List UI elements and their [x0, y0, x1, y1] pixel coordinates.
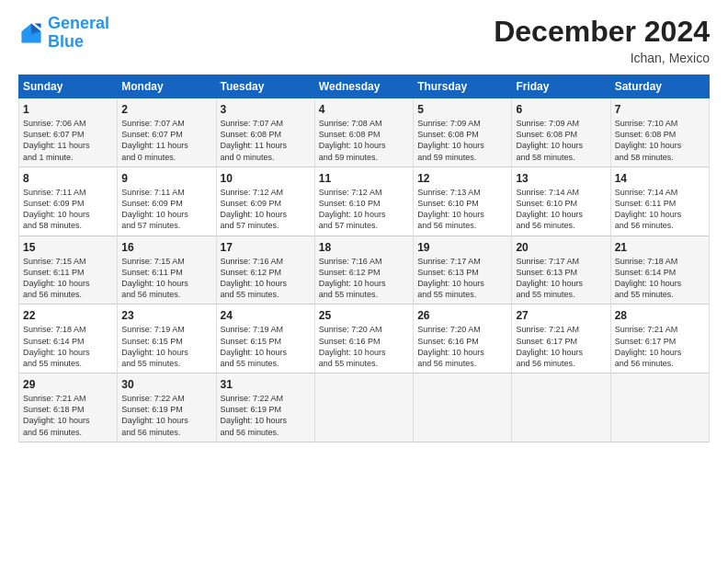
day-info-line: Sunrise: 7:15 AM	[121, 256, 211, 267]
day-info-line: Sunrise: 7:16 AM	[221, 256, 311, 267]
day-number: 13	[516, 171, 606, 186]
day-info-line: Daylight: 10 hours	[319, 347, 409, 358]
day-info-line: Daylight: 10 hours	[516, 278, 606, 289]
day-info-line: Daylight: 10 hours	[221, 415, 311, 426]
day-cell: 12Sunrise: 7:13 AMSunset: 6:10 PMDayligh…	[414, 167, 512, 236]
day-info-line: Sunset: 6:10 PM	[319, 198, 409, 209]
day-info-line: and 56 minutes.	[221, 427, 311, 438]
day-info-line: and 55 minutes.	[23, 358, 113, 369]
day-info-line: and 55 minutes.	[121, 358, 211, 369]
title-block: December 2024 Ichan, Mexico	[494, 15, 710, 65]
day-info-line: Daylight: 10 hours	[23, 415, 113, 426]
day-cell: 31Sunrise: 7:22 AMSunset: 6:19 PMDayligh…	[216, 373, 314, 442]
day-info-line: Sunrise: 7:17 AM	[417, 256, 507, 267]
day-cell: 11Sunrise: 7:12 AMSunset: 6:10 PMDayligh…	[314, 167, 413, 236]
day-cell	[314, 373, 413, 442]
day-info-line: Sunrise: 7:16 AM	[319, 256, 409, 267]
day-cell: 7Sunrise: 7:10 AMSunset: 6:08 PMDaylight…	[610, 98, 709, 167]
logo: General Blue	[18, 15, 109, 52]
day-info-line: Sunrise: 7:07 AM	[221, 118, 311, 129]
day-number: 21	[615, 240, 705, 255]
day-number: 7	[615, 102, 705, 117]
day-cell: 14Sunrise: 7:14 AMSunset: 6:11 PMDayligh…	[610, 167, 709, 236]
day-info-line: Sunrise: 7:11 AM	[121, 187, 211, 198]
day-info-line: Daylight: 11 hours	[121, 140, 211, 151]
day-cell: 26Sunrise: 7:20 AMSunset: 6:16 PMDayligh…	[414, 304, 512, 373]
day-cell: 21Sunrise: 7:18 AMSunset: 6:14 PMDayligh…	[610, 236, 709, 304]
day-info-line: and 55 minutes.	[417, 289, 507, 300]
day-number: 1	[23, 102, 113, 117]
day-info-line: Sunrise: 7:19 AM	[221, 324, 311, 335]
day-cell: 27Sunrise: 7:21 AMSunset: 6:17 PMDayligh…	[512, 304, 610, 373]
day-info-line: Sunset: 6:10 PM	[417, 198, 507, 209]
day-cell	[610, 373, 709, 442]
day-info-line: Sunrise: 7:21 AM	[516, 324, 606, 335]
day-info-line: Daylight: 10 hours	[417, 209, 507, 220]
day-number: 6	[516, 102, 606, 117]
day-info-line: and 58 minutes.	[23, 220, 113, 231]
col-header-monday: Monday	[118, 75, 216, 98]
day-number: 28	[615, 308, 705, 323]
day-info-line: Sunset: 6:09 PM	[221, 198, 311, 209]
day-info-line: and 56 minutes.	[121, 289, 211, 300]
day-info-line: Daylight: 10 hours	[23, 209, 113, 220]
day-info-line: Daylight: 11 hours	[221, 140, 311, 151]
day-info-line: and 59 minutes.	[417, 152, 507, 163]
day-cell: 22Sunrise: 7:18 AMSunset: 6:14 PMDayligh…	[19, 304, 118, 373]
week-row-2: 8Sunrise: 7:11 AMSunset: 6:09 PMDaylight…	[19, 167, 710, 236]
day-cell: 3Sunrise: 7:07 AMSunset: 6:08 PMDaylight…	[216, 98, 314, 167]
day-number: 11	[319, 171, 409, 186]
day-cell: 8Sunrise: 7:11 AMSunset: 6:09 PMDaylight…	[19, 167, 118, 236]
day-info-line: Sunset: 6:12 PM	[319, 267, 409, 278]
day-info-line: and 57 minutes.	[319, 220, 409, 231]
col-header-wednesday: Wednesday	[314, 75, 413, 98]
day-cell: 5Sunrise: 7:09 AMSunset: 6:08 PMDaylight…	[414, 98, 512, 167]
day-number: 18	[319, 240, 409, 255]
day-number: 31	[221, 377, 311, 392]
day-info-line: and 56 minutes.	[615, 358, 705, 369]
day-info-line: Sunset: 6:15 PM	[121, 336, 211, 347]
day-info-line: Sunrise: 7:21 AM	[615, 324, 705, 335]
day-info-line: Sunrise: 7:22 AM	[121, 393, 211, 404]
day-info-line: Daylight: 10 hours	[221, 209, 311, 220]
header: General Blue December 2024 Ichan, Mexico	[18, 15, 710, 65]
day-info-line: Sunset: 6:15 PM	[221, 336, 311, 347]
day-cell: 4Sunrise: 7:08 AMSunset: 6:08 PMDaylight…	[314, 98, 413, 167]
day-info-line: and 0 minutes.	[121, 152, 211, 163]
day-info-line: Sunset: 6:16 PM	[319, 336, 409, 347]
day-cell: 23Sunrise: 7:19 AMSunset: 6:15 PMDayligh…	[118, 304, 216, 373]
day-info-line: Sunset: 6:12 PM	[221, 267, 311, 278]
day-info-line: Daylight: 10 hours	[516, 347, 606, 358]
day-number: 15	[23, 240, 113, 255]
day-cell: 9Sunrise: 7:11 AMSunset: 6:09 PMDaylight…	[118, 167, 216, 236]
day-cell: 10Sunrise: 7:12 AMSunset: 6:09 PMDayligh…	[216, 167, 314, 236]
day-cell: 20Sunrise: 7:17 AMSunset: 6:13 PMDayligh…	[512, 236, 610, 304]
day-info-line: Daylight: 10 hours	[615, 347, 705, 358]
day-info-line: and 58 minutes.	[516, 152, 606, 163]
day-number: 26	[417, 308, 507, 323]
logo-text: General Blue	[48, 15, 109, 52]
day-info-line: Sunset: 6:19 PM	[121, 404, 211, 415]
svg-rect-2	[22, 31, 41, 42]
day-info-line: Daylight: 10 hours	[221, 278, 311, 289]
day-info-line: Daylight: 10 hours	[417, 347, 507, 358]
day-info-line: Sunrise: 7:13 AM	[417, 187, 507, 198]
day-info-line: Sunrise: 7:06 AM	[23, 118, 113, 129]
day-info-line: Daylight: 10 hours	[23, 347, 113, 358]
day-cell	[414, 373, 512, 442]
day-info-line: and 59 minutes.	[319, 152, 409, 163]
day-info-line: Sunrise: 7:09 AM	[516, 118, 606, 129]
day-info-line: Sunrise: 7:22 AM	[221, 393, 311, 404]
day-cell: 28Sunrise: 7:21 AMSunset: 6:17 PMDayligh…	[610, 304, 709, 373]
day-info-line: and 56 minutes.	[23, 289, 113, 300]
day-info-line: Daylight: 10 hours	[319, 278, 409, 289]
day-cell: 18Sunrise: 7:16 AMSunset: 6:12 PMDayligh…	[314, 236, 413, 304]
day-info-line: and 0 minutes.	[221, 152, 311, 163]
day-info-line: Sunrise: 7:20 AM	[417, 324, 507, 335]
day-info-line: Daylight: 10 hours	[319, 209, 409, 220]
day-info-line: Daylight: 10 hours	[121, 347, 211, 358]
day-cell: 1Sunrise: 7:06 AMSunset: 6:07 PMDaylight…	[19, 98, 118, 167]
day-info-line: Sunrise: 7:21 AM	[23, 393, 113, 404]
day-info-line: Daylight: 11 hours	[23, 140, 113, 151]
day-info-line: Sunset: 6:07 PM	[23, 129, 113, 140]
